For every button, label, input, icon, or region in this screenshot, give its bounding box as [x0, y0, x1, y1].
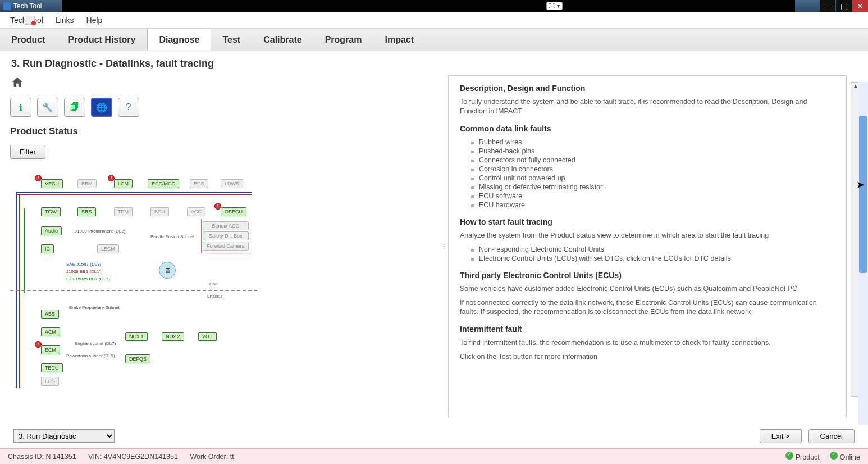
globe-tool-icon[interactable]: 🌐: [91, 98, 112, 117]
box-safety-dir[interactable]: Safety Dir. Box: [203, 231, 249, 240]
ecu-audio[interactable]: Audio: [41, 226, 62, 235]
right-pane: Description, Design and Function To full…: [448, 75, 847, 417]
tab-product-history[interactable]: Product History: [57, 29, 147, 51]
step-dropdown[interactable]: 3. Run Diagnostic: [13, 429, 115, 443]
box-group: Bendix ACC Safety Dir. Box Forward Camer…: [201, 219, 250, 253]
window-title: Tech Tool: [13, 2, 42, 10]
bus-label-2: ISO 15025 BB7 (DL7): [66, 276, 110, 281]
cancel-button[interactable]: Cancel: [808, 429, 855, 443]
ecu-bcu[interactable]: BCU: [150, 207, 169, 216]
ecu-ecs[interactable]: ECS: [190, 179, 208, 188]
powertrain-label: Powertrain subnet (DL9): [66, 353, 115, 358]
ecu-nox2[interactable]: NOx 2: [162, 332, 184, 341]
title-widget[interactable]: ⛶ ▾: [546, 2, 563, 10]
ecu-bbm[interactable]: BBM: [77, 179, 97, 188]
ecu-osecu[interactable]: OSECU: [221, 207, 246, 216]
list-item: Control unit not powered up: [471, 174, 835, 183]
list-item: Connectors not fully connected: [471, 156, 835, 165]
outer-scrollbar[interactable]: [858, 82, 868, 425]
alert-dot-icon[interactable]: !: [214, 203, 221, 210]
note-tool-icon[interactable]: 🗐: [64, 98, 85, 117]
chassis-label: Chassis: [207, 294, 222, 299]
brake-subnet-label: Brake Proprietary Subnet: [69, 305, 120, 310]
home-icon[interactable]: [10, 75, 25, 89]
list-item: Corrosion in connectors: [471, 165, 835, 174]
ecu-vecu[interactable]: VECU: [41, 179, 63, 188]
tab-test[interactable]: Test: [211, 29, 252, 51]
ecu-srs[interactable]: SRS: [77, 207, 96, 216]
ecu-ic[interactable]: IC: [41, 244, 54, 253]
status-online: Online: [830, 452, 860, 461]
wrench-tool-icon[interactable]: 🔧: [37, 98, 58, 117]
status-vin: VIN: 4V4NC9EG2DN141351: [88, 453, 178, 461]
box-fwd-camera[interactable]: Forward Camera: [203, 242, 249, 251]
list-item: ECU software: [471, 192, 835, 201]
engine-subnet-label: Engine subnet (DL7): [75, 341, 116, 346]
ecu-lcm[interactable]: LCM: [114, 179, 133, 188]
ecu-vgt[interactable]: VGT: [198, 332, 217, 341]
minimize-button[interactable]: —: [820, 0, 835, 12]
list-item: Electronic Control Units (ECUs) with set…: [471, 254, 835, 263]
left-pane: ℹ 🔧 🗐 🌐 ? Product Status Filter VECU BBM…: [4, 73, 442, 420]
right-p5a: To find intermittent faults, the recomme…: [460, 338, 835, 348]
tab-product[interactable]: Product: [0, 29, 57, 51]
tab-program[interactable]: Program: [314, 29, 374, 51]
ecu-defqs[interactable]: DEFQS: [125, 354, 150, 363]
box-bendix-acc[interactable]: Bendix ACC: [203, 221, 249, 230]
page-heading: 3. Run Diagnostic - Datalinks, fault tra…: [0, 51, 868, 73]
ecu-ldws[interactable]: LDWS: [221, 179, 243, 188]
ecu-ecm[interactable]: ECM: [41, 345, 60, 354]
bus-label-1: J1939 BB1 (DL1): [66, 269, 100, 274]
right-p5b: Click on the Test button for more inform…: [460, 352, 835, 362]
right-h5: Intermittent fault: [460, 325, 835, 334]
maximize-button[interactable]: ▢: [836, 0, 852, 12]
title-black-strip: [62, 0, 795, 12]
right-h2: Common data link faults: [460, 124, 835, 133]
right-p4b: If not connected correctly to the data l…: [460, 298, 835, 317]
scrollbar-thumb[interactable]: [859, 116, 867, 273]
app-icon: [3, 2, 11, 10]
ecu-eccmcc[interactable]: ECC/MCC: [148, 179, 179, 188]
exit-button[interactable]: Exit >: [760, 429, 802, 443]
ecu-tgw[interactable]: TGW: [41, 207, 61, 216]
alert-dot-icon[interactable]: !: [108, 175, 115, 181]
notification-icon[interactable]: [25, 16, 35, 25]
list-item: Missing or defective terminating resisto…: [471, 183, 835, 192]
label-infotainment: J1939 Infotainment (DL2): [75, 229, 125, 234]
ecu-acc[interactable]: ACC: [187, 207, 205, 216]
list-item: Non-responding Electronic Control Units: [471, 245, 835, 254]
close-button[interactable]: ✕: [852, 0, 868, 12]
cab-chassis-divider: [10, 290, 257, 291]
diagnostic-pc-icon[interactable]: 🖥: [159, 262, 176, 279]
tab-impact[interactable]: Impact: [373, 29, 426, 51]
menu-item-links[interactable]: Links: [56, 16, 74, 25]
start-list: Non-responding Electronic Control Units …: [460, 245, 835, 263]
filter-button[interactable]: Filter: [10, 145, 45, 159]
tab-calibrate[interactable]: Calibrate: [252, 29, 313, 51]
cab-label: Cab: [209, 281, 218, 286]
ecu-tecu[interactable]: TECU: [41, 363, 63, 372]
info-tool-icon[interactable]: ℹ: [10, 98, 31, 117]
right-p4a: Some vehicles have customer added Electr…: [460, 284, 835, 294]
ecu-lcs[interactable]: LCS: [41, 377, 59, 386]
right-p3: Analyze the system from the Product stat…: [460, 231, 835, 240]
menu-item-help[interactable]: Help: [86, 16, 103, 25]
status-chassis: Chassis ID: N 141351: [8, 453, 76, 461]
window-title-bar: Tech Tool ⛶ ▾ — ▢ ✕: [0, 0, 868, 12]
list-item: Rubbed wires: [471, 138, 835, 147]
ecu-lecm[interactable]: LECM: [97, 244, 119, 253]
faults-list: Rubbed wires Pushed-back pins Connectors…: [460, 138, 835, 210]
bus-label-0: SAE J1587 (DL8): [66, 262, 101, 267]
ecu-abs[interactable]: ABS: [41, 310, 59, 319]
help-tool-icon[interactable]: ?: [118, 98, 139, 117]
ecu-nox1[interactable]: NOx 1: [125, 332, 148, 341]
right-h1: Description, Design and Function: [460, 84, 835, 93]
tab-diagnose[interactable]: Diagnose: [147, 29, 211, 51]
status-ok-icon: [830, 452, 838, 460]
ecu-acm[interactable]: ACM: [41, 327, 60, 336]
right-h3: How to start fault tracing: [460, 217, 835, 226]
pane-splitter[interactable]: ⋮: [442, 73, 446, 420]
alert-dot-icon[interactable]: !: [35, 341, 42, 348]
ecu-tpm[interactable]: TPM: [114, 207, 133, 216]
alert-dot-icon[interactable]: !: [35, 175, 42, 181]
